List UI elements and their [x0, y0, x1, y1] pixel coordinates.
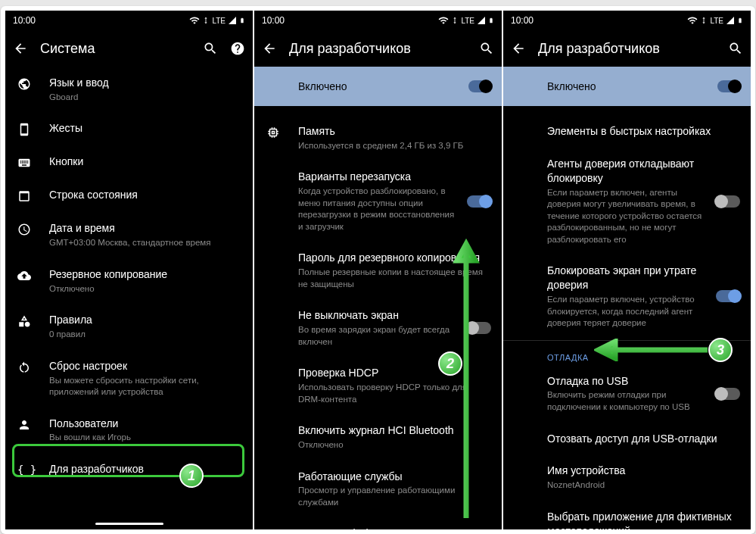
arrow-left: [594, 339, 708, 361]
rect-icon: [17, 189, 31, 203]
screen-2: 10:00 LTE Для разработчиков Включено Пам…: [254, 11, 502, 529]
back-icon[interactable]: [262, 41, 277, 56]
item-usb-debug[interactable]: Отладка по USBВключить режим отладки при…: [503, 365, 751, 423]
wifi-icon: [189, 15, 200, 26]
badge-3: 3: [708, 338, 733, 362]
battery-icon: [239, 15, 245, 26]
status-time: 10:00: [13, 15, 36, 26]
chip-icon: [266, 126, 280, 139]
status-time: 10:00: [511, 15, 534, 26]
item-backup[interactable]: Резервное копированиеОтключено: [5, 258, 253, 304]
back-icon[interactable]: [511, 41, 526, 56]
signal-arrows-icon: [451, 17, 459, 24]
status-bar: 10:00 LTE: [254, 11, 502, 30]
signal-arrows-icon: [700, 17, 708, 24]
settings-list[interactable]: Язык и вводGboard Жесты Кнопки Строка со…: [5, 67, 253, 529]
master-toggle[interactable]: Включено: [254, 67, 502, 106]
item-developer-options[interactable]: { } Для разработчиков: [5, 453, 253, 486]
item-webview[interactable]: Сервис WebView: [254, 517, 502, 529]
rules-icon: [17, 314, 31, 328]
wifi-icon: [438, 15, 449, 26]
master-toggle[interactable]: Включено: [503, 67, 751, 106]
globe-icon: [17, 77, 31, 91]
status-icons: LTE: [687, 15, 743, 26]
master-switch[interactable]: [717, 80, 740, 92]
status-time: 10:00: [262, 15, 285, 26]
app-title: Для разработчиков: [538, 41, 716, 57]
gesture-icon: [17, 123, 31, 136]
item-quicksettings[interactable]: Элементы в быстрых настройках: [503, 115, 751, 148]
network-type: LTE: [710, 17, 723, 25]
search-icon[interactable]: [728, 41, 743, 56]
screen-3: 10:00 LTE Для разработчиков Включено Эле…: [503, 11, 751, 529]
battery-icon: [488, 15, 494, 26]
app-title: Для разработчиков: [289, 41, 467, 57]
switch-lock[interactable]: [716, 290, 740, 302]
help-icon[interactable]: [230, 41, 245, 56]
developer-list[interactable]: Включено Элементы в быстрых настройках А…: [503, 67, 751, 529]
item-trust-agents[interactable]: Агенты доверия откладывают блокировкуЕсл…: [503, 148, 751, 255]
app-bar: Для разработчиков: [503, 30, 751, 67]
item-users[interactable]: ПользователиВы вошли как Игорь: [5, 408, 253, 453]
item-gestures[interactable]: Жесты: [5, 112, 253, 145]
signal-icon: [477, 16, 486, 25]
nav-handle: [95, 523, 163, 525]
item-buttons[interactable]: Кнопки: [5, 145, 253, 179]
item-lock-screen[interactable]: Блокировать экран при утрате доверияЕсли…: [503, 255, 751, 338]
item-reset[interactable]: Сброс настроекВы можете сбросить настрой…: [5, 350, 253, 408]
user-icon: [17, 418, 31, 432]
image-container: 10:00 LTE Система Язык и вводGboard Жест…: [1, 6, 755, 534]
signal-icon: [228, 16, 237, 25]
item-restart-options[interactable]: Варианты перезапускаКогда устройство раз…: [254, 161, 502, 242]
badge-2: 2: [438, 351, 462, 376]
reset-icon: [17, 361, 31, 374]
screen-1: 10:00 LTE Система Язык и вводGboard Жест…: [5, 11, 253, 529]
braces-icon: { }: [17, 464, 36, 476]
buttons-icon: [17, 156, 31, 170]
cloud-icon: [17, 269, 31, 283]
switch-usb[interactable]: [716, 388, 740, 400]
item-device-name[interactable]: Имя устройстваNoznetAndroid: [503, 454, 751, 500]
arrow-up: [451, 238, 481, 518]
status-icons: LTE: [438, 15, 494, 26]
item-rules[interactable]: Правила0 правил: [5, 304, 253, 349]
search-icon[interactable]: [203, 41, 218, 56]
signal-icon: [726, 16, 735, 25]
battery-icon: [737, 15, 743, 26]
switch-restart[interactable]: [467, 195, 491, 208]
app-bar: Для разработчиков: [254, 30, 502, 67]
item-datetime[interactable]: Дата и времяGMT+03:00 Москва, стандартно…: [5, 212, 253, 258]
master-switch[interactable]: [468, 80, 491, 92]
item-memory[interactable]: ПамятьИспользуется в среднем 2,4 ГБ из 3…: [254, 115, 502, 161]
item-revoke-usb[interactable]: Отозвать доступ для USB-отладки: [503, 423, 751, 455]
app-title: Система: [40, 41, 191, 57]
wifi-icon: [687, 15, 698, 26]
network-type: LTE: [212, 17, 226, 25]
search-icon[interactable]: [479, 41, 494, 56]
signal-arrows-icon: [202, 17, 210, 24]
item-language[interactable]: Язык и вводGboard: [5, 67, 253, 112]
network-type: LTE: [461, 17, 474, 25]
status-icons: LTE: [189, 15, 245, 26]
status-bar: 10:00 LTE: [5, 11, 253, 30]
item-mock-location[interactable]: Выбрать приложение для фиктивных местопо…: [503, 501, 751, 529]
back-icon[interactable]: [13, 41, 28, 56]
clock-icon: [17, 223, 31, 236]
badge-1: 1: [179, 464, 204, 488]
status-bar: 10:00 LTE: [503, 11, 751, 30]
app-bar: Система: [5, 30, 253, 67]
item-statusbar[interactable]: Строка состояния: [5, 179, 253, 212]
switch-trust[interactable]: [716, 195, 740, 208]
